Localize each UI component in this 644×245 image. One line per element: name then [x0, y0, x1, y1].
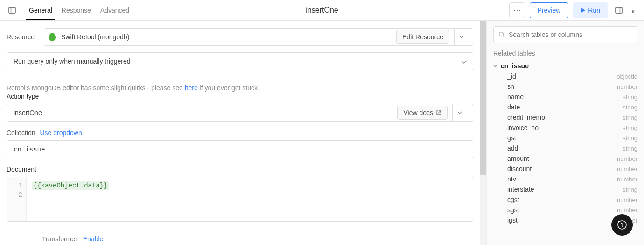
field-name: add: [507, 144, 518, 152]
field-row[interactable]: invoice_nostring: [487, 122, 644, 133]
svg-rect-0: [9, 7, 15, 13]
field-row[interactable]: amountnumber: [487, 153, 644, 164]
run-button[interactable]: Run: [573, 2, 608, 18]
action-label: Action type: [7, 93, 473, 100]
edit-resource-button[interactable]: Edit Resource: [396, 30, 449, 44]
field-row[interactable]: credit_memostring: [487, 112, 644, 122]
transformer-row: Transformer Enable: [42, 231, 473, 243]
field-name: name: [507, 93, 524, 101]
header: General Response Advanced insertOne ⋯ Pr…: [0, 0, 644, 21]
chevron-down-icon[interactable]: [452, 104, 466, 121]
field-type: number: [617, 155, 637, 162]
field-type: number: [617, 83, 637, 90]
document-editor[interactable]: 12 {{saveObject.data}}: [7, 177, 473, 222]
view-docs-button[interactable]: View docs: [397, 106, 448, 120]
svg-rect-2: [616, 7, 622, 13]
field-row[interactable]: sgstnumber: [487, 205, 644, 215]
field-row[interactable]: cgstnumber: [487, 195, 644, 205]
collection-input[interactable]: [7, 140, 473, 158]
action-value: insertOne: [14, 109, 397, 116]
resource-select[interactable]: Swift Retool (mongodb) Edit Resource: [44, 28, 473, 46]
play-icon: [581, 7, 585, 13]
info-text: Retool's MongoDB editor has some slight …: [7, 84, 473, 92]
search-icon: [498, 31, 505, 38]
field-name: invoice_no: [507, 124, 539, 131]
tab-general[interactable]: General: [24, 1, 57, 20]
trigger-select[interactable]: Run query only when manually triggered: [7, 52, 473, 70]
field-type: string: [623, 94, 637, 101]
field-name: amount: [507, 155, 529, 162]
field-row[interactable]: snnumber: [487, 81, 644, 92]
preview-button[interactable]: Preview: [530, 2, 569, 18]
search-input[interactable]: [509, 31, 632, 38]
field-name: ntv: [507, 175, 516, 183]
field-type: string: [623, 186, 637, 193]
field-row[interactable]: datestring: [487, 102, 644, 112]
document-label: Document: [7, 166, 473, 173]
field-name: igst: [507, 216, 518, 224]
svg-text:?: ?: [621, 222, 624, 228]
transformer-label: Transformer: [42, 235, 77, 243]
related-tables-label: Related tables: [487, 50, 644, 61]
chevron-down-icon[interactable]: [454, 29, 468, 45]
right-panel-toggle-icon[interactable]: [612, 4, 625, 17]
field-name: discount: [507, 165, 532, 173]
field-name: cgst: [507, 196, 519, 203]
field-type: string: [623, 124, 637, 131]
action-select[interactable]: insertOne View docs: [7, 104, 473, 122]
enable-link[interactable]: Enable: [83, 235, 104, 243]
mongodb-icon: [49, 33, 56, 41]
svg-line-5: [503, 36, 505, 38]
field-type: string: [623, 104, 637, 111]
header-right: ⋯ Preview Run: [509, 2, 638, 18]
field-row[interactable]: addstring: [487, 143, 644, 153]
field-type: objectid: [616, 73, 637, 80]
field-row[interactable]: namestring: [487, 92, 644, 102]
field-name: gst: [507, 134, 516, 142]
collection-label: Collection: [7, 129, 35, 137]
field-name: interstate: [507, 186, 534, 193]
field-type: string: [623, 114, 637, 121]
field-type: string: [623, 135, 637, 142]
tree-root[interactable]: cn_issue: [487, 61, 644, 71]
left-panel-toggle-icon[interactable]: [6, 4, 19, 17]
use-dropdown-link[interactable]: Use dropdown: [40, 129, 82, 137]
tab-response[interactable]: Response: [57, 1, 96, 20]
external-link-icon: [436, 110, 441, 115]
code-area[interactable]: {{saveObject.data}}: [27, 177, 114, 221]
scrollbar-thumb[interactable]: [480, 21, 486, 175]
scrollbar[interactable]: [480, 21, 486, 245]
field-name: credit_memo: [507, 114, 545, 121]
chevron-down-icon: [462, 58, 466, 65]
page-title: insertOne: [306, 6, 338, 14]
field-row[interactable]: gststring: [487, 133, 644, 143]
resource-name: Swift Retool (mongodb): [61, 33, 396, 41]
help-button[interactable]: ?: [611, 214, 633, 236]
svg-point-4: [499, 32, 504, 36]
help-link[interactable]: here: [185, 84, 198, 92]
run-label: Run: [588, 7, 600, 14]
field-row[interactable]: ntvnumber: [487, 174, 644, 184]
help-icon: ?: [617, 220, 627, 230]
field-type: number: [617, 166, 637, 173]
template-expression: {{saveObject.data}}: [32, 181, 109, 190]
line-gutter: 12: [7, 177, 27, 221]
tabs: General Response Advanced: [24, 1, 134, 20]
schema-panel: Related tables cn_issue _idobjectidsnnum…: [486, 21, 644, 245]
field-name: _id: [507, 72, 516, 80]
tree-root-label: cn_issue: [501, 62, 529, 70]
field-name: sn: [507, 83, 514, 90]
field-row[interactable]: discountnumber: [487, 164, 644, 174]
search-box[interactable]: [493, 26, 637, 43]
field-row[interactable]: _idobjectid: [487, 71, 644, 81]
field-type: number: [617, 176, 637, 183]
field-name: date: [507, 103, 520, 111]
field-type: number: [617, 196, 637, 203]
field-row[interactable]: interstatestring: [487, 184, 644, 195]
trigger-value: Run query only when manually triggered: [14, 58, 131, 65]
tab-advanced[interactable]: Advanced: [96, 1, 134, 20]
expand-icon[interactable]: [630, 4, 638, 17]
field-name: sgst: [507, 206, 519, 214]
resource-label: Resource: [7, 33, 44, 41]
more-button[interactable]: ⋯: [509, 2, 525, 18]
